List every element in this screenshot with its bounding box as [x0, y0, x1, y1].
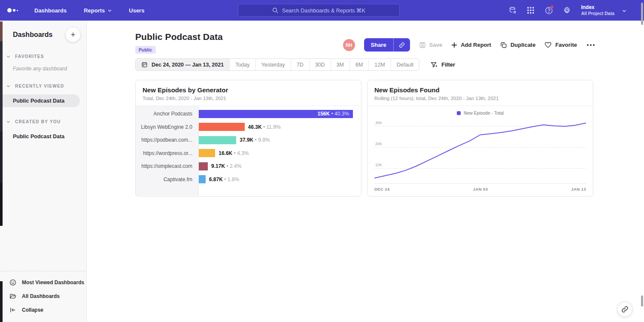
sidebar-section-created-by-you[interactable]: CREATED BY YOU: [0, 119, 86, 124]
y-tick-label: 20K: [375, 142, 382, 146]
folder-icon: [9, 293, 16, 300]
save-icon: [419, 42, 426, 49]
bar-value-label: 37.9K • 9.8%: [240, 137, 270, 143]
vertical-scrollbar-thumb[interactable]: [641, 295, 643, 307]
card-title[interactable]: New Episodes by Generator: [143, 86, 354, 94]
date-preset-yesterday[interactable]: Yesterday: [255, 59, 291, 70]
add-dashboard-button[interactable]: +: [66, 27, 80, 42]
search-placeholder: Search Dashboards & Reports ⌘K: [282, 7, 365, 14]
nav-item-reports[interactable]: Reports: [75, 0, 120, 21]
date-preset-6m[interactable]: 6M: [349, 59, 368, 70]
card-new-episodes-found: New Episodes Found Rolling (12 hours), t…: [367, 80, 593, 197]
date-range-label: Dec 24, 2020 — Jan 13, 2021: [152, 62, 224, 68]
search-icon: [272, 7, 278, 13]
filter-funnel-icon: [431, 61, 437, 68]
x-tick: DEC 24: [374, 187, 390, 191]
chart-legend[interactable]: New Episode - Total: [374, 109, 586, 118]
date-range-segmented-control: Dec 24, 2020 — Jan 13, 2021 TodayYesterd…: [135, 58, 419, 71]
bar-segment[interactable]: [199, 162, 208, 170]
card-title[interactable]: New Episodes Found: [374, 86, 586, 94]
line-series: [374, 123, 586, 178]
bar-row: 37.9K • 9.8%: [199, 134, 361, 147]
project-name: Index: [581, 4, 614, 11]
help-icon[interactable]: [541, 3, 556, 18]
copy-link-button[interactable]: [393, 38, 410, 52]
nav-item-users[interactable]: Users: [120, 0, 153, 21]
bar-category-label: https://simplecast.com: [136, 160, 198, 173]
favorite-button[interactable]: Favorite: [544, 41, 577, 49]
bar-value-label: 9.17K • 2.4%: [211, 163, 241, 169]
date-range-button[interactable]: Dec 24, 2020 — Jan 13, 2021: [136, 59, 229, 70]
bar-segment[interactable]: [199, 149, 215, 157]
date-preset-7d[interactable]: 7D: [291, 59, 309, 70]
sidebar-item-label: Public Podcast Data: [13, 98, 64, 104]
most-viewed-dashboards-item[interactable]: Most Viewed Dashboards: [0, 276, 86, 289]
line-chart[interactable]: 10K20K30K: [374, 118, 586, 183]
project-selector[interactable]: Index All Project Data: [581, 4, 614, 16]
add-report-button[interactable]: Add Report: [451, 42, 491, 48]
bar-category-label: Anchor Podcasts: [136, 107, 198, 121]
card-new-episodes-by-generator: New Episodes by Generator Total, Dec 24t…: [135, 80, 361, 197]
bar-value-label: 6.87K • 1.8%: [209, 176, 239, 182]
bar-category-label: https://podbean.com...: [136, 134, 198, 147]
card-subtitle: Rolling (12 hours), total, Dec 24th, 202…: [374, 96, 586, 101]
filter-button[interactable]: Filter: [431, 61, 455, 68]
sidebar-section-favorites[interactable]: FAVORITES: [0, 54, 86, 59]
sidebar-section-recently-viewed[interactable]: RECENTLY VIEWED: [0, 84, 86, 88]
background-window-sliver: [0, 183, 3, 226]
nav-item-label: Dashboards: [34, 7, 67, 14]
more-options-button[interactable]: [586, 43, 595, 48]
save-button[interactable]: Save: [419, 42, 442, 49]
settings-gear-icon[interactable]: [559, 3, 574, 18]
share-button[interactable]: Share: [364, 38, 393, 52]
duplicate-button[interactable]: Duplicate: [500, 42, 536, 49]
date-preset-3m[interactable]: 3M: [331, 59, 349, 70]
action-label: Save: [429, 42, 442, 48]
apps-grid-icon[interactable]: [523, 3, 538, 18]
chevron-down-icon: [108, 9, 112, 12]
search-input[interactable]: Search Dashboards & Reports ⌘K: [238, 4, 400, 17]
section-label: RECENTLY VIEWED: [15, 84, 64, 88]
data-sources-icon[interactable]: [505, 3, 520, 18]
sidebar-title: Dashboards: [13, 31, 52, 39]
smiley-icon: [9, 279, 16, 286]
project-subtitle: All Project Data: [581, 11, 614, 16]
duplicate-icon: [500, 42, 507, 49]
bar-segment[interactable]: [199, 123, 245, 131]
bar-value-label: 156K • 40.3%: [317, 111, 349, 117]
bar-row: 6.87K • 1.8%: [199, 173, 361, 186]
date-preset-default[interactable]: Default: [391, 59, 419, 70]
notification-badge: [550, 5, 554, 9]
bar-segment[interactable]: [199, 136, 236, 144]
plus-icon: [451, 42, 457, 48]
date-preset-12m[interactable]: 12M: [368, 59, 390, 70]
vertical-scrollbar-thumb[interactable]: [641, 3, 643, 25]
bar-segment[interactable]: [199, 175, 206, 183]
card-subtitle: Total, Dec 24th, 2020 - Jan 13th, 2021: [143, 96, 354, 101]
public-badge: Public: [135, 46, 156, 54]
mixpanel-logo-icon[interactable]: [0, 8, 26, 12]
all-dashboards-item[interactable]: All Dashboards: [0, 289, 86, 303]
bar-chart: Anchor PodcastsLibsyn WebEngine 2.0https…: [136, 106, 361, 196]
background-window-sliver: [0, 131, 3, 183]
floating-link-button[interactable]: [617, 302, 632, 317]
collapse-sidebar-item[interactable]: Collapse: [0, 303, 86, 317]
nav-item-label: Users: [129, 7, 144, 14]
avatar[interactable]: RH: [343, 39, 355, 51]
chevron-down-icon[interactable]: [622, 9, 626, 12]
date-controls: Dec 24, 2020 — Jan 13, 2021 TodayYesterd…: [135, 58, 455, 71]
sidebar-item-public-podcast-data[interactable]: Public Podcast Data: [0, 94, 80, 107]
sidebar-item-public-podcast-data[interactable]: Public Podcast Data: [0, 130, 80, 143]
favorites-empty-note: Favorite any dashboard: [0, 59, 86, 72]
nav-item-label: Reports: [84, 7, 105, 14]
bar-segment[interactable]: 156K • 40.3%: [199, 110, 353, 118]
date-preset-30d[interactable]: 30D: [309, 59, 331, 70]
date-preset-today[interactable]: Today: [229, 59, 255, 70]
bar-category-label: https://wordpress.or...: [136, 147, 198, 160]
nav-item-dashboards[interactable]: Dashboards: [26, 0, 75, 21]
sidebar: Dashboards + FAVORITES Favorite any dash…: [0, 21, 87, 322]
link-icon: [399, 42, 405, 48]
heart-icon: [544, 41, 552, 49]
bar-value-label: 16.6K • 4.3%: [219, 150, 249, 156]
footer-item-label: Most Viewed Dashboards: [22, 279, 84, 286]
